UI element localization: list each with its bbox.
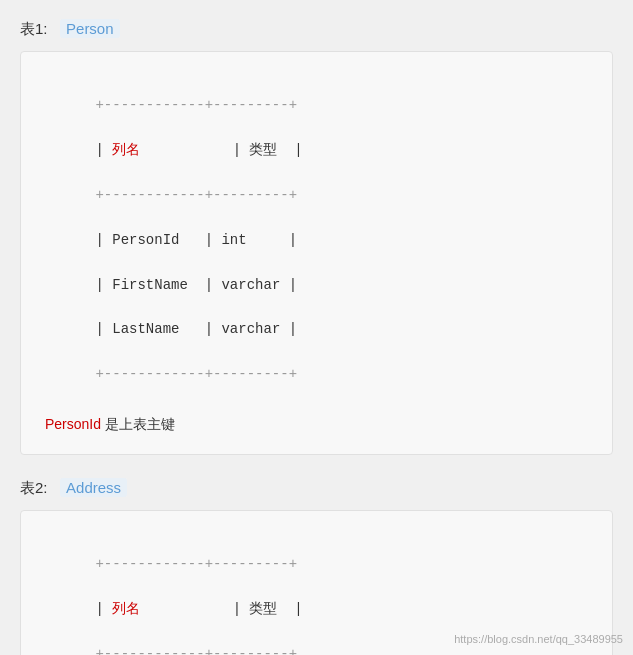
table1-title: 表1: Person (20, 20, 613, 39)
table1-row1-col2: int (221, 232, 280, 248)
table2-header-col1: 列名 (112, 601, 140, 617)
table1-row2-col1: FirstName (112, 277, 196, 293)
table2-name: Address (60, 478, 127, 497)
table1-card: +------------+---------+ | 列名 | 类型 | +--… (20, 51, 613, 455)
table1-row2-col2: varchar (221, 277, 280, 293)
table2-section: 表2: Address +------------+---------+ | 列… (20, 479, 613, 655)
table1-header-row: | 列名 | 类型 | (95, 142, 302, 158)
table1-pk-suffix: 是上表主键 (101, 416, 175, 432)
table1-top-border: +------------+---------+ (95, 97, 297, 113)
table2-label: 表2: (20, 479, 48, 496)
table1-row2: | FirstName | varchar | (95, 277, 297, 293)
table1-section: 表1: Person +------------+---------+ | 列名… (20, 20, 613, 455)
table1-pk-note: PersonId 是上表主键 (45, 416, 588, 434)
table1-bottom-border: +------------+---------+ (95, 366, 297, 382)
table2-header-border: +------------+---------+ (95, 646, 297, 655)
table1-ascii: +------------+---------+ | 列名 | 类型 | +--… (45, 72, 588, 408)
table1-row1: | PersonId | int | (95, 232, 297, 248)
table1-pk-name: PersonId (45, 416, 101, 432)
table1-row3: | LastName | varchar | (95, 321, 297, 337)
table1-row1-col1: PersonId (112, 232, 196, 248)
table2-header-col2: 类型 (249, 601, 277, 617)
watermark: https://blog.csdn.net/qq_33489955 (454, 633, 623, 645)
table2-top-border: +------------+---------+ (95, 556, 297, 572)
table1-header-border: +------------+---------+ (95, 187, 297, 203)
table1-row3-col1: LastName (112, 321, 196, 337)
table1-row3-col2: varchar (221, 321, 280, 337)
table1-header-col2: 类型 (249, 142, 277, 158)
table1-label: 表1: (20, 20, 48, 37)
table1-header-col1: 列名 (112, 142, 140, 158)
table2-title: 表2: Address (20, 479, 613, 498)
table1-name: Person (60, 19, 120, 38)
table2-header-row: | 列名 | 类型 | (95, 601, 302, 617)
